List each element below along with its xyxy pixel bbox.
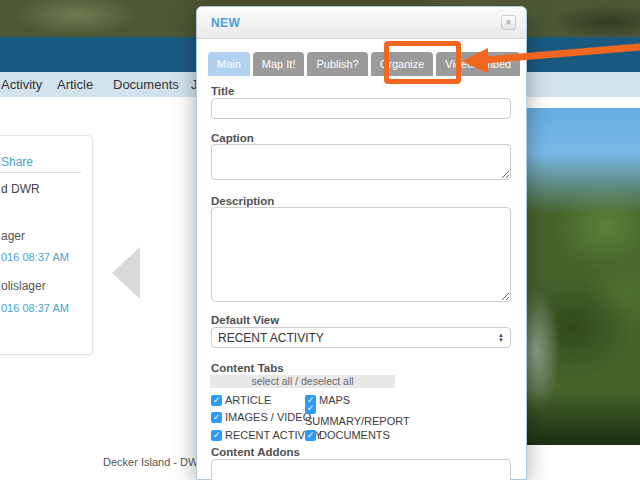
checkbox-item-article: ✓ ARTICLE [211,394,271,406]
select-arrows-icon: ▲▼ [498,333,504,343]
checkbox-images-video[interactable]: ✓ [211,412,222,423]
default-view-label: Default View [211,314,279,326]
card-timestamp-link-2[interactable]: 016 08:37 AM [1,302,69,314]
description-textarea[interactable] [211,207,511,302]
content-addons-input[interactable] [211,459,511,480]
checkbox-documents-label: DOCUMENTS [319,429,390,441]
card-username-text: ager [1,229,25,243]
nav-item-activity[interactable]: Activity [1,77,42,92]
card-username-text-2: olislager [1,279,46,293]
card-owner-text: d DWR [1,182,40,196]
modal-header: NEW × [197,7,526,39]
tab-publish[interactable]: Publish? [307,52,367,76]
card-divider [0,172,81,173]
tab-main[interactable]: Main [208,52,250,76]
photo-caption: Decker Island - DWR [103,456,206,468]
checkbox-documents[interactable]: ✓ [305,430,316,441]
checkbox-item-summary-report: ✓ SUMMARY/REPORT [305,403,410,427]
default-view-value: RECENT ACTIVITY [218,331,498,345]
tab-map-it[interactable]: Map It! [253,52,305,76]
checkbox-item-documents: ✓ DOCUMENTS [305,429,390,441]
island-photo [527,108,640,445]
caption-textarea[interactable] [211,144,511,180]
nav-item-article[interactable]: Article [57,77,93,92]
checkbox-recent-activity[interactable]: ✓ [211,430,222,441]
checkbox-summary-report-label: SUMMARY/REPORT [305,415,410,427]
checkbox-article-label: ARTICLE [225,394,271,406]
select-all-deselect-all-link[interactable]: select all / deselect all [210,375,395,388]
description-label: Description [211,195,274,207]
annotation-arrow-icon [455,36,640,72]
default-view-select[interactable]: RECENT ACTIVITY ▲▼ [211,327,511,348]
title-label: Title [211,85,234,97]
modal-title: NEW [211,16,240,30]
caption-label: Caption [211,132,254,144]
share-link[interactable]: Share [1,155,33,169]
content-tabs-label: Content Tabs [211,362,284,374]
carousel-previous-arrow-icon[interactable] [112,247,140,299]
title-input[interactable] [211,98,511,119]
card-timestamp-link[interactable]: 016 08:37 AM [1,251,69,263]
content-addons-label: Content Addons [211,446,300,458]
checkbox-article[interactable]: ✓ [211,395,222,406]
annotation-highlight-rect [384,41,461,84]
close-icon[interactable]: × [501,15,516,30]
checkbox-summary-report[interactable]: ✓ [305,403,316,414]
nav-item-documents[interactable]: Documents [113,77,179,92]
checkbox-images-video-label: IMAGES / VIDEO [225,411,311,423]
new-item-modal: NEW × Main Map It! Publish? Organize Vid… [196,6,527,480]
checkbox-item-images-video: ✓ IMAGES / VIDEO [211,411,311,423]
